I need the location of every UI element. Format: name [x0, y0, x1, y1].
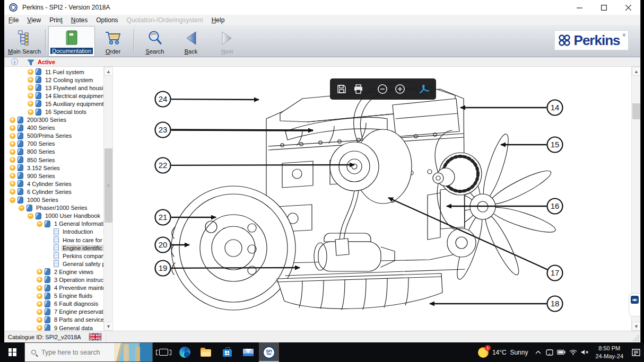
expand-plus-icon[interactable]: +: [28, 101, 33, 107]
spi-app-button[interactable]: SPI 500: [259, 342, 279, 362]
tree-item[interactable]: +4 Preventive mainte: [4, 284, 103, 292]
document-scrollbar[interactable]: ▲ ▼: [631, 67, 640, 331]
expand-plus-icon[interactable]: +: [28, 77, 33, 83]
document-scrollbar-thumb[interactable]: [632, 103, 640, 119]
expand-plus-icon[interactable]: +: [37, 285, 42, 291]
info-icon[interactable]: i: [11, 58, 18, 65]
order-button[interactable]: Order: [95, 26, 131, 57]
main-search-button[interactable]: Main Search: [6, 26, 42, 57]
expand-plus-icon[interactable]: +: [28, 69, 33, 75]
expand-plus-icon[interactable]: +: [10, 125, 15, 131]
tree-item[interactable]: +500/Prima Series: [4, 132, 103, 140]
print-icon[interactable]: [353, 84, 363, 94]
tree-item[interactable]: +400 Series: [4, 124, 103, 132]
tree-item[interactable]: +5 Engine fluids: [4, 292, 103, 300]
tree-item[interactable]: +2 Engine views: [4, 268, 103, 276]
tree-item[interactable]: +8 Parts and service: [4, 316, 103, 324]
next-button[interactable]: Next: [209, 26, 245, 57]
edge-button[interactable]: [174, 342, 195, 362]
expand-plus-icon[interactable]: +: [37, 293, 42, 299]
expand-plus-icon[interactable]: +: [10, 165, 15, 171]
menu-item-view[interactable]: View: [23, 16, 45, 24]
tree-item[interactable]: +13 Flywheel and housi: [4, 84, 103, 92]
tree-item[interactable]: –1000 User Handbook: [4, 212, 103, 220]
menu-item-notes[interactable]: Notes: [67, 16, 92, 24]
tree-item[interactable]: –1 General Informati: [4, 220, 103, 228]
collapse-minus-icon[interactable]: –: [28, 213, 33, 219]
expand-plus-icon[interactable]: +: [28, 93, 33, 99]
mail-button[interactable]: [238, 342, 259, 362]
resize-grip[interactable]: [632, 334, 639, 341]
tree-item[interactable]: +9 General data: [4, 324, 103, 331]
tree-item[interactable]: Perkins compan: [4, 252, 103, 260]
tree-item[interactable]: –Phaser/1000 Series: [4, 204, 103, 212]
maximize-button[interactable]: [591, 0, 616, 15]
tree-item[interactable]: +900 Series: [4, 172, 103, 180]
start-button[interactable]: [0, 342, 24, 362]
tree-item[interactable]: How to care for: [4, 236, 103, 244]
expand-plus-icon[interactable]: +: [37, 317, 42, 323]
documentation-button[interactable]: Documentation: [48, 26, 95, 57]
tray-chevron-button[interactable]: [532, 342, 544, 362]
search-button[interactable]: Search: [137, 26, 173, 57]
scroll-up-arrow-icon[interactable]: ▲: [632, 67, 640, 76]
file-explorer-button[interactable]: [195, 342, 216, 362]
store-button[interactable]: [216, 342, 238, 362]
taskbar-search-box[interactable]: [24, 342, 153, 362]
scroll-down-arrow-icon[interactable]: ▼: [104, 322, 113, 331]
tree-item[interactable]: +200/300 Series: [4, 116, 103, 124]
expand-plus-icon[interactable]: +: [10, 149, 15, 155]
expand-plus-icon[interactable]: +: [37, 325, 42, 331]
expand-plus-icon[interactable]: +: [10, 189, 15, 195]
filter-icon[interactable]: [27, 58, 35, 66]
save-icon[interactable]: [337, 84, 346, 94]
menu-item-options[interactable]: Options: [92, 16, 122, 24]
battery-status[interactable]: [555, 342, 567, 362]
tree-item[interactable]: –1000 Series: [4, 196, 103, 204]
expand-plus-icon[interactable]: +: [37, 301, 42, 307]
tree-item[interactable]: +700 Series: [4, 140, 103, 148]
expand-plus-icon[interactable]: +: [10, 173, 15, 179]
tree-item[interactable]: Introduction: [4, 228, 103, 236]
tree-item[interactable]: +16 Special tools: [4, 108, 103, 116]
expand-plus-icon[interactable]: +: [10, 157, 15, 163]
scroll-down-arrow-icon[interactable]: ▼: [632, 322, 640, 331]
tree-item[interactable]: Engine identific: [4, 244, 103, 252]
expand-plus-icon[interactable]: +: [10, 181, 15, 187]
tree-item[interactable]: +6 Fault diagnosis: [4, 300, 103, 308]
collapse-minus-icon[interactable]: –: [19, 205, 24, 211]
collapse-minus-icon[interactable]: –: [10, 197, 15, 203]
weather-widget[interactable]: 1 14°C Sunny: [474, 342, 533, 362]
tree-item[interactable]: +3 Operation instruc: [4, 276, 103, 284]
scroll-up-arrow-icon[interactable]: ▲: [104, 67, 113, 76]
tree-scrollbar-thumb[interactable]: ≡: [105, 148, 112, 223]
expand-plus-icon[interactable]: +: [37, 269, 42, 275]
uk-flag-icon[interactable]: [89, 333, 102, 341]
expand-plus-icon[interactable]: +: [37, 277, 42, 282]
taskbar-clock[interactable]: 8:50 PM 24-May-24: [590, 345, 628, 360]
expand-plus-icon[interactable]: +: [10, 133, 15, 139]
zoom-in-icon[interactable]: [395, 84, 405, 94]
tree-item[interactable]: +12 Cooling system: [4, 76, 103, 84]
tree-item[interactable]: +14 Electrical equipmen: [4, 92, 103, 100]
tree-item[interactable]: +850 Series: [4, 156, 103, 164]
menu-item-help[interactable]: Help: [207, 16, 229, 24]
collapse-minus-icon[interactable]: –: [37, 221, 42, 227]
close-button[interactable]: [616, 0, 640, 15]
expand-plus-icon[interactable]: +: [37, 309, 42, 315]
acrobat-icon[interactable]: [419, 84, 430, 94]
tree-item[interactable]: +11 Fuel system: [4, 68, 103, 76]
task-view-button[interactable]: [153, 342, 174, 362]
tray-device-button[interactable]: [544, 342, 555, 362]
tree-item[interactable]: +4 Cylinder Series: [4, 180, 103, 188]
tree-item[interactable]: +800 Series: [4, 148, 103, 156]
tree-scrollbar[interactable]: ▲ ≡ ▼: [103, 67, 112, 331]
tree-item[interactable]: +15 Auxiliary equipment: [4, 100, 103, 108]
volume-status[interactable]: [579, 342, 590, 362]
wifi-status[interactable]: [567, 342, 579, 362]
menu-item-print[interactable]: Print: [45, 16, 67, 24]
tree-item[interactable]: +7 Engine preservati: [4, 308, 103, 316]
tree-item[interactable]: +6 Cylinder Series: [4, 188, 103, 196]
expand-plus-icon[interactable]: +: [28, 109, 33, 115]
tree-item[interactable]: +3.152 Series: [4, 164, 103, 172]
